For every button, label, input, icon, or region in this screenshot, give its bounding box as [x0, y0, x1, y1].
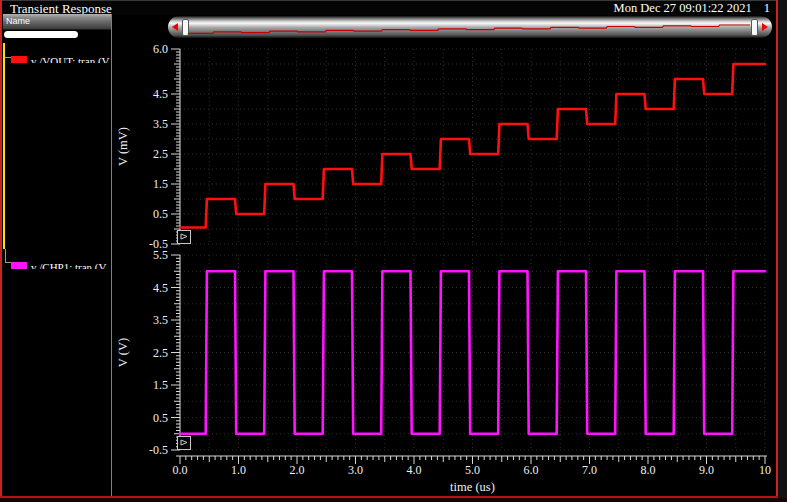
x-overview-scrollbar[interactable] [168, 16, 772, 38]
x-axis-ruler [176, 456, 767, 464]
y-axis-ruler-chp1-transient [171, 255, 180, 450]
timestamp-text: Mon Dec 27 09:01:22 2021 [614, 1, 752, 15]
plot-canvas: 6.04.53.52.51.50.5-0.5V (mV)5.54.53.52.5… [0, 0, 787, 502]
x-tick-label: 0.0 [173, 463, 188, 477]
name-header-label: Name [3, 14, 111, 26]
restore-button-vout-transient[interactable] [178, 231, 191, 244]
y-tick-label: 3.5 [153, 313, 168, 327]
window-border [776, 0, 778, 502]
signal-label-chp1[interactable]: v /CHP1; tran (V [31, 261, 106, 269]
window-border [0, 0, 787, 1]
x-tick-label: 4.0 [407, 463, 422, 477]
scrollbar-right-grip[interactable] [751, 19, 758, 36]
y-tick-label: -0.5 [149, 443, 168, 457]
y-tick-label: 1.5 [153, 177, 168, 191]
x-axis-title: time (us) [450, 480, 495, 494]
x-tick-label: 1.0 [231, 463, 246, 477]
x-tick-label: 7.0 [582, 463, 597, 477]
restore-button-frame[interactable] [178, 231, 191, 244]
x-tick-label: 10 [759, 463, 771, 477]
y-tick-label: 2.5 [153, 346, 168, 360]
y-tick-label: 0.5 [153, 207, 168, 221]
panel-splitter[interactable] [111, 14, 112, 496]
y-tick-label: 4.5 [153, 87, 168, 101]
window-border [0, 498, 787, 502]
trace-v-CHP1[interactable] [180, 271, 765, 434]
restore-button-chp1-transient[interactable] [178, 437, 191, 450]
vout-color-swatch[interactable] [11, 56, 27, 63]
scroll-left-arrow-icon[interactable] [172, 23, 178, 31]
waveform-window: Transient Response Mon Dec 27 09:01:22 2… [0, 0, 787, 502]
y-tick-label: -0.5 [149, 237, 168, 251]
y-axis-title: V (V) [116, 338, 130, 367]
window-border [778, 0, 787, 502]
grid-vout-transient [180, 49, 765, 244]
signal-label-vout[interactable]: v /VOUT; tran (V [31, 55, 110, 63]
y-axis-ruler-vout-transient [171, 49, 180, 244]
trace-v-VOUT[interactable] [180, 64, 765, 228]
y-tick-label: 4.5 [153, 281, 168, 295]
y-tick-label: 2.5 [153, 147, 168, 161]
x-tick-label: 3.0 [348, 463, 363, 477]
name-panel-header: Name [3, 14, 111, 30]
chp1-color-swatch[interactable] [11, 262, 27, 269]
play-triangle-icon [181, 234, 187, 239]
x-tick-label: 8.0 [641, 463, 656, 477]
restore-button-frame[interactable] [178, 437, 191, 450]
signal-item-chp1[interactable]: v /CHP1; tran (V [11, 257, 111, 269]
y-tick-label: 1.5 [153, 378, 168, 392]
title-bar: Transient Response Mon Dec 27 09:01:22 2… [2, 0, 776, 15]
signal-tree-line [3, 43, 5, 249]
signal-item-vout[interactable]: v /VOUT; tran (V [11, 51, 111, 63]
timestamp: Mon Dec 27 09:01:22 20211 [614, 1, 770, 16]
y-axis-title: V (mV) [116, 127, 130, 166]
x-tick-label: 6.0 [524, 463, 539, 477]
scroll-right-arrow-icon[interactable] [762, 23, 768, 31]
tree-branch-icon [5, 249, 6, 263]
y-tick-label: 0.5 [153, 411, 168, 425]
x-tick-label: 9.0 [699, 463, 714, 477]
grid-chp1-transient [180, 255, 765, 450]
scrollbar-left-grip[interactable] [182, 19, 189, 36]
x-tick-label: 5.0 [465, 463, 480, 477]
y-tick-label: 3.5 [153, 117, 168, 131]
x-tick-label: 2.0 [290, 463, 305, 477]
window-border [0, 0, 2, 502]
name-panel-scrollbar-thumb[interactable] [4, 31, 78, 38]
y-tick-label: 6.0 [153, 42, 168, 56]
page-indicator: 1 [764, 1, 770, 15]
y-tick-label: 5.5 [153, 248, 168, 262]
play-triangle-icon [181, 440, 187, 445]
